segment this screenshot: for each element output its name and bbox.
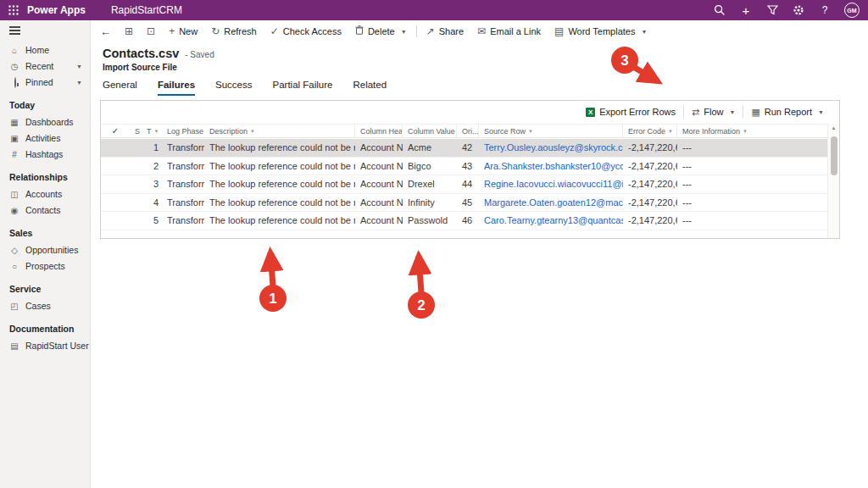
cell-source-row-link[interactable]: Regine.Iacovucci.wiacovucci11@ihg.com.Fe…: [479, 179, 623, 189]
column-header-column-heading[interactable]: Column Headi...▼: [355, 125, 403, 137]
cell-source-row-link[interactable]: Margarete.Oaten.goaten12@mac.com.Male.Ms…: [479, 197, 623, 208]
table-row[interactable]: 1 Transform The lookup reference could n…: [101, 139, 827, 158]
select-all-checkbox[interactable]: ✓: [101, 125, 130, 137]
vertical-scrollbar[interactable]: ▲: [827, 124, 839, 238]
new-button[interactable]: + New: [162, 20, 204, 42]
toolbar-divider: [743, 106, 743, 118]
hamburger-menu-icon[interactable]: [9, 26, 20, 35]
sidebar-item-home[interactable]: ⌂ Home: [0, 42, 90, 58]
excel-export-icon: X: [586, 108, 595, 117]
tab-failures[interactable]: Failures: [158, 80, 195, 96]
chevron-down-icon: ▼: [818, 109, 824, 115]
column-header-t[interactable]: T▼: [142, 125, 162, 137]
check-access-button[interactable]: ✓ Check Access: [264, 20, 348, 42]
table-row[interactable]: 4 Transform The lookup reference could n…: [101, 194, 827, 213]
export-error-rows-button[interactable]: X Export Error Rows: [586, 107, 676, 117]
column-header-original-row[interactable]: Ori...▼: [457, 125, 479, 137]
cell-source-row-link[interactable]: Terry.Ousley.aousleyz@skyrock.com.Male.M…: [479, 142, 623, 152]
add-icon[interactable]: +: [739, 3, 753, 17]
delete-label: Delete: [368, 26, 395, 36]
scroll-up-icon[interactable]: ▲: [828, 125, 839, 130]
column-header-more-information[interactable]: More Information▼: [677, 125, 827, 137]
table-row[interactable]: 5 Transform The lookup reference could n…: [101, 212, 827, 230]
column-header-s[interactable]: S: [130, 125, 142, 137]
sidebar-item-hashtags[interactable]: # Hashtags: [0, 147, 90, 163]
flow-icon: ⇄: [692, 107, 699, 118]
help-icon[interactable]: ?: [818, 3, 832, 17]
sidebar-group-sales: Sales: [0, 219, 90, 242]
column-header-source-row[interactable]: Source Row▼: [479, 125, 623, 137]
cell-description: The lookup reference could not be resolv…: [204, 161, 355, 171]
chevron-down-icon: ▼: [668, 129, 673, 134]
show-as-button[interactable]: ⊞: [118, 20, 140, 42]
tab-success[interactable]: Success: [215, 80, 252, 96]
waffle-menu-icon[interactable]: [0, 0, 27, 20]
tab-general[interactable]: General: [103, 80, 137, 96]
pin-icon: [9, 78, 19, 87]
back-button[interactable]: ←: [93, 20, 118, 42]
hashtag-icon: #: [9, 150, 19, 159]
row-sequence: 4: [130, 197, 162, 208]
column-header-description[interactable]: Description▼: [204, 125, 355, 137]
delete-button[interactable]: Delete ▼: [348, 20, 414, 42]
column-header-column-value[interactable]: Column Value▼: [403, 125, 457, 137]
sidebar-item-contacts[interactable]: ◉ Contacts: [0, 202, 90, 219]
cell-log-phase: Transform: [162, 197, 204, 208]
popout-button[interactable]: ⊡: [140, 20, 162, 42]
sitemap-sidebar: ⌂ Home ◷ Recent ▼ Pinned ▼ Today ▦ Dashb…: [0, 20, 91, 488]
cell-error-code: -2,147,220,653: [623, 179, 677, 189]
word-templates-label: Word Templates: [568, 26, 635, 36]
run-report-button[interactable]: ▦ Run Report ▼: [751, 107, 824, 118]
column-header-log-phase[interactable]: Log Phase▼: [162, 125, 204, 137]
cell-original-row: 46: [457, 215, 479, 225]
prospects-icon: ○: [9, 262, 19, 271]
sidebar-item-activities[interactable]: ▣ Activities: [0, 130, 90, 147]
cell-more-information: ---: [677, 215, 827, 225]
share-button[interactable]: ↗ Share: [420, 20, 470, 42]
sidebar-item-label: Accounts: [25, 189, 62, 199]
export-error-rows-label: Export Error Rows: [599, 107, 676, 117]
sidebar-item-label: Contacts: [25, 205, 60, 215]
tab-partial-failure[interactable]: Partial Failure: [273, 80, 333, 96]
word-templates-button[interactable]: ▤ Word Templates ▼: [548, 20, 654, 42]
sidebar-item-recent[interactable]: ◷ Recent ▼: [0, 58, 90, 75]
sidebar-item-pinned[interactable]: Pinned ▼: [0, 75, 90, 91]
email-a-link-button[interactable]: ✉ Email a Link: [470, 20, 548, 42]
sidebar-item-label: Hashtags: [25, 149, 63, 159]
cell-more-information: ---: [677, 161, 827, 171]
sidebar-item-prospects[interactable]: ○ Prospects: [0, 258, 90, 274]
check-access-icon: ✓: [270, 25, 279, 37]
cell-source-row-link[interactable]: Caro.Tearny.gtearny13@quantcast.com.Fema…: [479, 215, 623, 225]
chevron-down-icon: ▼: [76, 64, 90, 69]
sidebar-item-label: Opportunities: [25, 245, 78, 255]
sidebar-item-label: Activities: [25, 133, 60, 143]
scrollbar-thumb[interactable]: [831, 136, 837, 175]
column-header-error-code[interactable]: Error Code▼: [623, 125, 677, 137]
app-name[interactable]: Power Apps: [27, 4, 86, 16]
sidebar-item-opportunities[interactable]: ◇ Opportunities: [0, 242, 90, 258]
sidebar-item-rapidstart-user[interactable]: ▤ RapidStart User: [0, 338, 90, 354]
failures-subgrid: X Export Error Rows ⇄ Flow ▼ ▦ Run Repor…: [100, 100, 840, 239]
refresh-button[interactable]: ↻ Refresh: [204, 20, 264, 42]
sidebar-item-cases[interactable]: ◰ Cases: [0, 298, 90, 314]
filter-icon[interactable]: [765, 3, 779, 17]
cell-column-heading: Account Name: [355, 142, 403, 152]
table-row[interactable]: 2 Transform The lookup reference could n…: [101, 158, 827, 176]
sidebar-item-accounts[interactable]: ◫ Accounts: [0, 186, 90, 202]
cell-column-value: Passwold: [403, 215, 457, 225]
sidebar-group-service: Service: [0, 274, 90, 298]
search-icon[interactable]: [713, 3, 726, 17]
avatar[interactable]: GM: [844, 3, 860, 18]
settings-gear-icon[interactable]: [792, 3, 805, 17]
popout-icon: ⊡: [147, 25, 155, 37]
cell-column-value: Acme: [403, 142, 457, 152]
table-row[interactable]: 3 Transform The lookup reference could n…: [101, 175, 827, 194]
cell-source-row-link[interactable]: Ara.Shankster.bshankster10@ycombinator.c…: [479, 161, 623, 171]
run-report-label: Run Report: [765, 107, 812, 117]
flow-button[interactable]: ⇄ Flow ▼: [692, 107, 735, 118]
form-tabs: General Failures Success Partial Failure…: [103, 80, 868, 96]
environment-name[interactable]: RapidStartCRM: [111, 4, 182, 16]
sidebar-item-dashboards[interactable]: ▦ Dashboards: [0, 114, 90, 130]
tab-related[interactable]: Related: [353, 80, 387, 96]
share-label: Share: [439, 26, 464, 36]
